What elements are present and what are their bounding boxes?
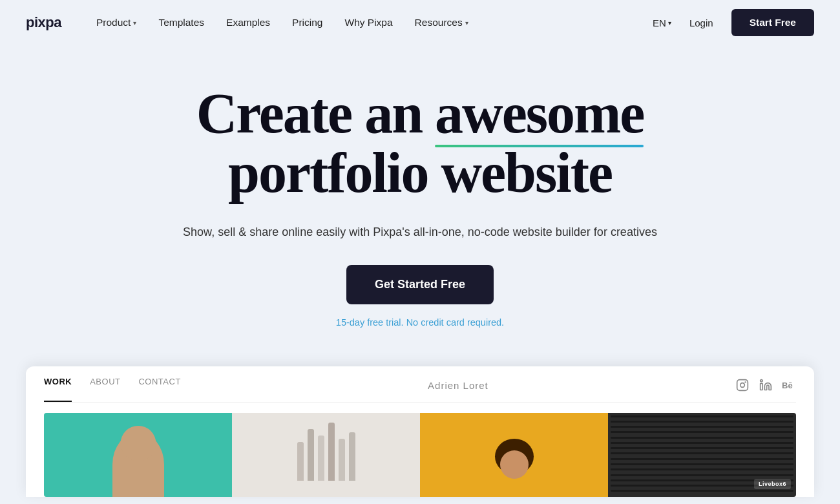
nav-links: Product ▾ Templates Examples Pricing Why… — [87, 12, 653, 34]
portfolio-preview: WORK ABOUT CONTACT Adrien Loret — [26, 366, 814, 497]
nav-product[interactable]: Product ▾ — [87, 12, 145, 34]
instagram-icon[interactable] — [735, 378, 750, 392]
nav-right: EN ▾ Login Start Free — [653, 9, 814, 36]
nav-pricing[interactable]: Pricing — [283, 12, 331, 34]
portfolio-nav-work[interactable]: WORK — [44, 377, 72, 394]
portfolio-nav-contact[interactable]: CONTACT — [138, 377, 180, 394]
hero-title: Create an awesome portfolio website — [129, 84, 711, 204]
chevron-down-icon: ▾ — [668, 19, 671, 26]
portfolio-image-2 — [232, 413, 420, 497]
navbar: pixpa Product ▾ Templates Examples Prici… — [0, 0, 840, 45]
hero-section: Create an awesome portfolio website Show… — [0, 45, 840, 353]
start-free-button[interactable]: Start Free — [731, 9, 814, 36]
linkedin-icon[interactable] — [759, 378, 773, 392]
svg-rect-0 — [737, 380, 748, 391]
nav-examples[interactable]: Examples — [217, 12, 279, 34]
svg-text:Bē: Bē — [782, 381, 793, 390]
svg-point-4 — [761, 380, 762, 382]
portfolio-image-1 — [44, 413, 232, 497]
nav-resources[interactable]: Resources ▾ — [406, 12, 478, 34]
person-silhouette — [492, 439, 537, 497]
chevron-down-icon: ▾ — [465, 19, 468, 26]
language-selector[interactable]: EN ▾ — [653, 17, 671, 28]
svg-point-1 — [740, 383, 745, 388]
portfolio-image-4: Livebox6 — [608, 413, 796, 497]
svg-point-2 — [745, 382, 746, 383]
portfolio-person-name: Adrien Loret — [181, 380, 735, 391]
nav-templates[interactable]: Templates — [149, 12, 213, 34]
vertical-rods — [297, 429, 355, 481]
chevron-down-icon: ▾ — [133, 19, 136, 26]
login-button[interactable]: Login — [682, 12, 721, 34]
livebox-label: Livebox6 — [754, 479, 791, 489]
portfolio-nav: WORK ABOUT CONTACT Adrien Loret — [44, 377, 796, 403]
get-started-free-button[interactable]: Get Started Free — [346, 265, 494, 304]
portfolio-image-3 — [420, 413, 608, 497]
portfolio-image-grid: Livebox6 — [44, 413, 796, 497]
nav-why-pixpa[interactable]: Why Pixpa — [336, 12, 402, 34]
portfolio-nav-links: WORK ABOUT CONTACT — [44, 377, 181, 394]
trial-text: 15-day free trial. No credit card requir… — [26, 317, 814, 328]
portfolio-social-icons: Bē — [735, 378, 796, 392]
brand-logo[interactable]: pixpa — [26, 14, 61, 31]
hero-title-underline-word: awesome — [435, 84, 644, 143]
hero-subtitle: Show, sell & share online easily with Pi… — [26, 223, 814, 242]
behance-icon[interactable]: Bē — [782, 378, 796, 392]
svg-rect-3 — [761, 384, 762, 390]
portfolio-nav-about[interactable]: ABOUT — [90, 377, 120, 394]
